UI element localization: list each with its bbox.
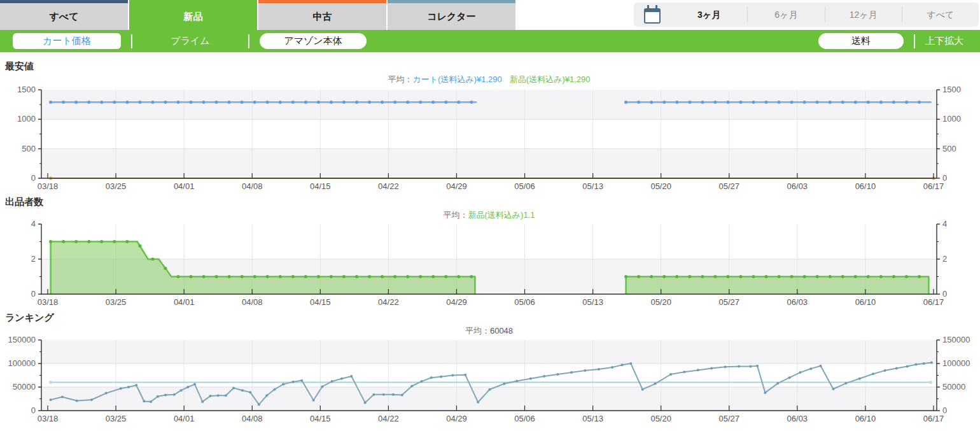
- x-axis-date-label: 05/27: [718, 414, 739, 423]
- x-axis-date-label: 04/15: [310, 181, 331, 191]
- tab-used[interactable]: 中古: [258, 0, 386, 30]
- x-axis-date-label: 05/06: [514, 181, 535, 191]
- svg-text:150000: 150000: [942, 335, 970, 344]
- time-range-control: 3ヶ月6ヶ月12ヶ月すべて: [634, 3, 979, 27]
- x-axis-date-label: 04/08: [242, 414, 263, 423]
- x-axis-date-label: 05/20: [650, 181, 671, 191]
- range-option-3m[interactable]: 3ヶ月: [671, 7, 747, 22]
- svg-text:4: 4: [31, 219, 36, 229]
- x-axis-date-label: 04/01: [174, 181, 195, 191]
- range-option-all[interactable]: すべて: [902, 7, 979, 22]
- expand-vertical-button[interactable]: 上下拡大: [925, 35, 963, 47]
- svg-text:2: 2: [942, 254, 947, 264]
- sellers-chart-section: 出品者数平均：新品(送料込み)1.100224403/1803/2504/010…: [0, 192, 980, 307]
- x-axis-date-label: 03/18: [38, 297, 59, 307]
- x-axis-date-label: 05/06: [514, 414, 535, 423]
- svg-text:0: 0: [31, 173, 36, 183]
- svg-text:0: 0: [31, 406, 36, 415]
- min_price-chart-section: 最安値平均：カート(送料込み)¥1,290新品(送料込み)¥1,29000500…: [0, 52, 980, 192]
- amazon-itself-button[interactable]: アマゾン本体: [260, 33, 367, 49]
- x-axis-date-label: 04/15: [310, 297, 331, 307]
- tab-label: 新品: [129, 3, 257, 30]
- tab-all[interactable]: すべて: [0, 0, 128, 30]
- min_price-chart-plot[interactable]: 00500500100010001500150003/1803/2504/010…: [0, 87, 980, 192]
- average-label-part: 新品(送料込み)1.1: [468, 209, 535, 221]
- x-axis-date-label: 03/18: [38, 414, 59, 423]
- x-axis-date-label: 04/15: [310, 414, 331, 423]
- x-axis-date-label: 03/25: [106, 181, 127, 191]
- cart-price-button[interactable]: カート価格: [13, 33, 121, 49]
- svg-text:4: 4: [942, 219, 947, 229]
- min_price-chart-title: 最安値: [0, 52, 980, 74]
- x-axis-date-label: 04/08: [242, 297, 263, 307]
- svg-text:150000: 150000: [8, 335, 36, 344]
- svg-text:1000: 1000: [17, 114, 36, 124]
- tab-label: すべて: [0, 3, 128, 30]
- svg-text:500: 500: [22, 144, 36, 153]
- product-condition-tabs: すべて新品中古コレクター3ヶ月6ヶ月12ヶ月すべて: [0, 0, 980, 30]
- series-toggle-toolbar: カート価格 プライム アマゾン本体 送料 上下拡大: [0, 30, 980, 52]
- average-label-part: カート(送料込み)¥1,290: [412, 74, 501, 85]
- x-axis-date-label: 04/29: [446, 414, 467, 423]
- x-axis-date-label: 06/17: [923, 181, 944, 191]
- svg-text:50000: 50000: [942, 382, 965, 392]
- x-axis-date-label: 04/01: [174, 297, 195, 307]
- x-axis-date-label: 05/13: [582, 181, 603, 191]
- ranking-chart-plot[interactable]: 00500005000010000010000015000015000003/1…: [0, 338, 980, 424]
- svg-text:0: 0: [31, 289, 36, 299]
- average-label-part: 60048: [490, 326, 513, 336]
- x-axis-date-label: 06/17: [923, 297, 944, 307]
- x-axis-date-label: 05/13: [582, 414, 603, 423]
- svg-text:1500: 1500: [942, 85, 961, 94]
- x-axis-date-label: 06/03: [787, 181, 808, 191]
- min_price-average-label: 平均：カート(送料込み)¥1,290新品(送料込み)¥1,290: [41, 74, 937, 87]
- x-axis-date-label: 05/20: [650, 414, 671, 423]
- x-axis-date-label: 04/22: [378, 181, 399, 191]
- toolbar-divider: [248, 34, 249, 48]
- ranking-chart-section: ランキング平均：60048005000050000100000100000150…: [0, 307, 980, 424]
- x-axis-date-label: 04/22: [378, 297, 399, 307]
- ranking-chart-title: ランキング: [0, 307, 980, 325]
- svg-text:100000: 100000: [942, 358, 970, 368]
- x-axis-date-label: 06/10: [855, 414, 876, 423]
- x-axis-date-label: 05/27: [718, 181, 739, 191]
- ranking-average-label: 平均：60048: [41, 325, 937, 338]
- svg-text:100000: 100000: [8, 358, 36, 368]
- x-axis-date-label: 03/25: [106, 297, 127, 307]
- x-axis-date-label: 04/08: [242, 181, 263, 191]
- x-axis-date-label: 05/20: [650, 297, 671, 307]
- average-label-part: 平均：: [443, 209, 468, 221]
- average-label-part: 平均：: [388, 74, 412, 85]
- shipping-button[interactable]: 送料: [818, 33, 904, 49]
- sellers-average-label: 平均：新品(送料込み)1.1: [41, 209, 937, 222]
- average-label-part: 平均：: [465, 325, 490, 337]
- tabbar-spacer: [517, 0, 634, 30]
- toolbar-divider: [914, 34, 915, 48]
- prime-button[interactable]: プライム: [143, 35, 238, 47]
- x-axis-date-label: 04/22: [378, 414, 399, 423]
- sellers-chart-title: 出品者数: [0, 192, 980, 209]
- x-axis-date-label: 06/10: [855, 297, 876, 307]
- charts-container: 最安値平均：カート(送料込み)¥1,290新品(送料込み)¥1,29000500…: [0, 52, 980, 424]
- svg-text:1000: 1000: [942, 114, 961, 124]
- tab-collector[interactable]: コレクター: [388, 0, 515, 30]
- x-axis-date-label: 03/18: [38, 181, 59, 191]
- toolbar-divider: [131, 34, 132, 48]
- svg-text:50000: 50000: [13, 382, 36, 392]
- range-option-6m[interactable]: 6ヶ月: [747, 7, 824, 22]
- x-axis-date-label: 06/03: [787, 297, 808, 307]
- x-axis-date-label: 05/27: [718, 297, 739, 307]
- x-axis-date-label: 04/29: [446, 297, 467, 307]
- x-axis-date-label: 05/13: [582, 297, 603, 307]
- x-axis-date-label: 04/01: [174, 414, 195, 423]
- x-axis-date-label: 06/17: [923, 414, 944, 423]
- calendar-icon: [634, 6, 671, 24]
- tab-new[interactable]: 新品: [129, 0, 257, 30]
- x-axis-date-label: 05/06: [514, 297, 535, 307]
- sellers-chart-plot[interactable]: 00224403/1803/2504/0104/0804/1504/2204/2…: [0, 222, 980, 307]
- svg-text:500: 500: [942, 144, 956, 153]
- x-axis-date-label: 03/25: [106, 414, 127, 423]
- range-option-12m[interactable]: 12ヶ月: [825, 7, 902, 22]
- svg-text:1500: 1500: [17, 85, 36, 94]
- tab-label: コレクター: [388, 3, 515, 30]
